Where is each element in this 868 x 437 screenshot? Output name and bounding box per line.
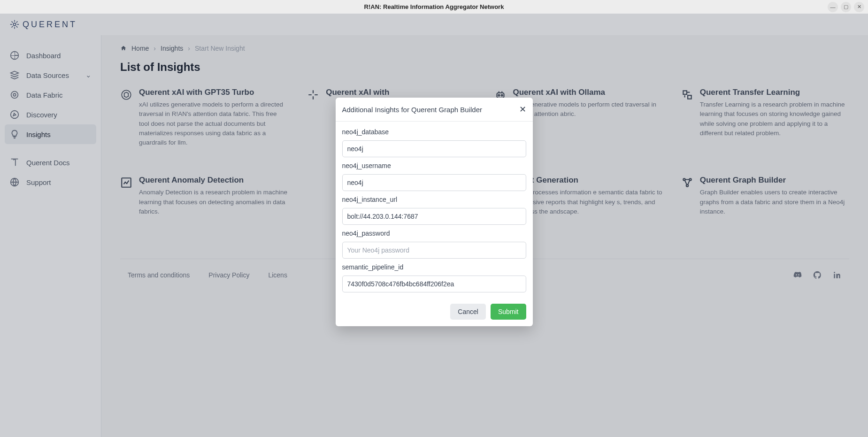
neo4j-instance-url-input[interactable]: [342, 208, 526, 225]
window-close-button[interactable]: ✕: [854, 2, 864, 12]
window-maximize-button[interactable]: ▢: [841, 2, 851, 12]
window-titlebar: R!AN: Realtime Information Aggregator Ne…: [0, 0, 868, 14]
neo4j-password-input[interactable]: [342, 242, 526, 259]
cancel-button[interactable]: Cancel: [450, 304, 486, 320]
field-label-instance-url: neo4j_instance_url: [342, 196, 526, 203]
field-label-username: neo4j_username: [342, 162, 526, 169]
modal-close-button[interactable]: ✕: [519, 104, 526, 115]
field-label-pipeline: semantic_pipeline_id: [342, 263, 526, 271]
field-label-password: neo4j_password: [342, 230, 526, 237]
field-label-database: neo4j_database: [342, 128, 526, 136]
modal-title: Additional Insights for Querent Graph Bu…: [342, 106, 483, 114]
submit-button[interactable]: Submit: [491, 304, 526, 320]
window-minimize-button[interactable]: —: [828, 2, 838, 12]
neo4j-database-input[interactable]: [342, 140, 526, 157]
semantic-pipeline-id-input[interactable]: [342, 276, 526, 292]
window-title: R!AN: Realtime Information Aggregator Ne…: [364, 3, 504, 10]
neo4j-username-input[interactable]: [342, 174, 526, 191]
modal-dialog: Additional Insights for Querent Graph Bu…: [336, 98, 533, 326]
